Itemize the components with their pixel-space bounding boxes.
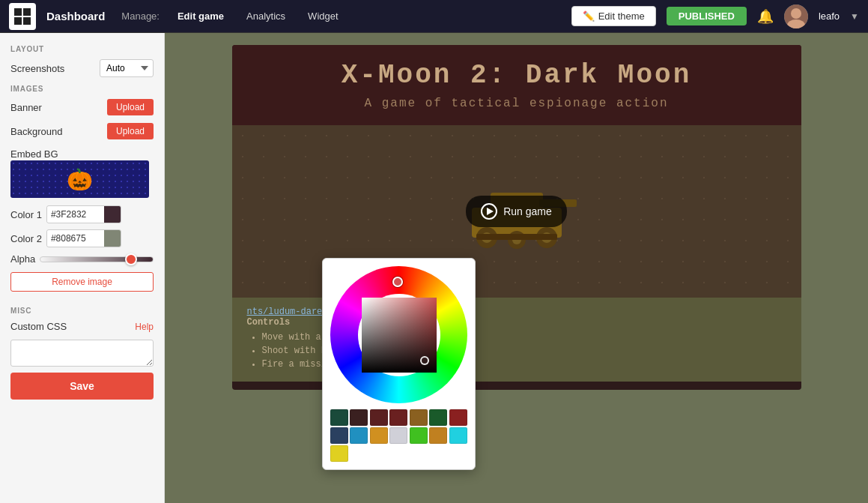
picker-swatch[interactable] [370,409,388,426]
avatar[interactable] [784,4,808,28]
color2-text-input[interactable] [47,231,104,246]
color-picker-swatches [330,409,467,462]
edit-theme-button[interactable]: ✏️ Edit theme [571,6,656,26]
picker-swatch[interactable] [429,409,447,426]
color2-row: Color 2 [10,229,154,247]
banner-row: Banner Upload [10,99,154,115]
picker-swatch[interactable] [330,427,348,444]
play-triangle-icon [487,208,494,215]
banner-upload-button[interactable]: Upload [107,99,154,115]
alpha-slider-thumb[interactable] [125,253,137,265]
misc-section-label: MISC [10,307,154,315]
dashboard-link[interactable]: Dashboard [46,10,105,22]
save-button[interactable]: Save [10,373,154,400]
picker-swatch[interactable] [410,409,428,426]
game-header: X-Moon 2: Dark Moon A game of tactical e… [232,45,801,125]
picker-swatch[interactable] [449,409,467,426]
screenshots-select[interactable]: Auto Manual [100,59,154,77]
custom-css-label: Custom CSS [10,321,67,332]
help-link[interactable]: Help [135,322,154,332]
embed-bg-preview: 🎃 [10,160,149,198]
alpha-row: Alpha [10,253,154,265]
background-label: Background [10,126,62,137]
game-title: X-Moon 2: Dark Moon [247,60,786,91]
color-picker-popup [322,258,476,470]
play-circle-icon [481,203,497,220]
color2-label: Color 2 [10,233,42,244]
alpha-label: Alpha [10,253,35,265]
pencil-icon: ✏️ [583,10,595,22]
chevron-down-icon[interactable]: ▼ [850,11,859,22]
username-label: leafo [819,10,840,22]
content-area: X-Moon 2: Dark Moon A game of tactical e… [165,33,868,503]
color2-swatch[interactable] [104,230,121,247]
svg-rect-2 [23,8,31,16]
remove-image-button[interactable]: Remove image [10,272,154,292]
color2-input-box [46,229,121,247]
picker-swatch[interactable] [370,427,388,444]
picker-swatch[interactable] [449,427,467,444]
widget-link[interactable]: Widget [302,7,344,25]
color1-swatch[interactable] [104,206,121,223]
run-game-button[interactable]: Run game [466,196,567,227]
banner-label: Banner [10,102,42,113]
embed-bg-row: Embed BG 🎃 [10,147,154,198]
picker-swatch[interactable] [389,427,407,444]
layout-section-label: LAYOUT [10,45,154,53]
svg-rect-3 [14,17,22,25]
background-row: Background Upload [10,123,154,139]
screenshots-label: Screenshots [10,63,64,74]
color1-input-box [46,205,121,223]
picker-gradient-layer2 [362,298,437,373]
picker-gradient-square[interactable] [362,298,437,373]
svg-point-6 [791,8,801,19]
background-upload-button[interactable]: Upload [107,123,154,139]
logo[interactable] [9,3,36,30]
picker-swatch[interactable] [330,445,348,462]
picker-swatch[interactable] [350,427,368,444]
main-layout: LAYOUT Screenshots Auto Manual IMAGES Ba… [0,33,868,503]
notifications-icon[interactable]: 🔔 [757,8,774,25]
custom-css-row: Custom CSS Help [10,321,154,332]
picker-swatch[interactable] [429,427,447,444]
picker-swatch[interactable] [410,427,428,444]
picker-swatch[interactable] [330,409,348,426]
color1-text-input[interactable] [47,207,104,222]
color1-row: Color 1 [10,205,154,223]
manage-label: Manage: [121,10,160,22]
published-button[interactable]: PUBLISHED [667,7,747,25]
picker-swatch[interactable] [389,409,407,426]
svg-rect-17 [476,234,557,240]
alpha-slider-track[interactable] [40,256,154,262]
embed-bg-label: Embed BG [10,148,58,160]
sidebar: LAYOUT Screenshots Auto Manual IMAGES Ba… [0,33,165,503]
svg-rect-4 [23,17,31,25]
picker-swatch[interactable] [350,409,368,426]
game-canvas-area: Run game [232,125,801,298]
edit-game-link[interactable]: Edit game [172,7,230,25]
screenshots-row: Screenshots Auto Manual [10,59,154,77]
custom-css-textarea[interactable] [10,340,154,367]
game-subtitle: A game of tactical espionage action [247,97,786,110]
analytics-link[interactable]: Analytics [240,7,291,25]
topnav: Dashboard Manage: Edit game Analytics Wi… [0,0,868,33]
embed-bg-image: 🎃 [67,167,93,192]
game-description: nts/ludum-dare/39/$40615 Controls Move w… [232,298,801,382]
color1-label: Color 1 [10,209,42,220]
color-picker-wheel-area[interactable] [330,266,467,403]
images-section-label: IMAGES [10,85,154,93]
game-preview: X-Moon 2: Dark Moon A game of tactical e… [232,45,801,390]
svg-rect-1 [14,8,22,16]
